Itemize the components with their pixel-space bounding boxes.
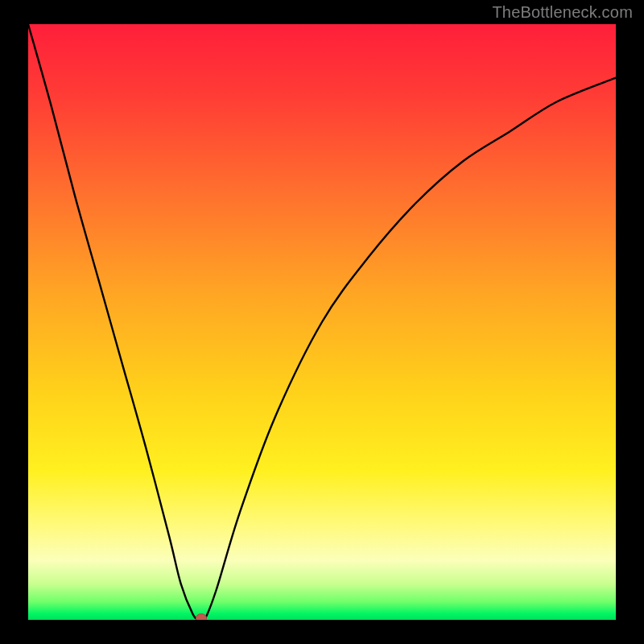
- chart-frame: TheBottleneck.com: [0, 0, 644, 644]
- plot-area: [28, 24, 616, 620]
- optimal-point-marker: [196, 613, 207, 620]
- bottleneck-curve: [28, 24, 616, 620]
- watermark-text: TheBottleneck.com: [492, 3, 633, 22]
